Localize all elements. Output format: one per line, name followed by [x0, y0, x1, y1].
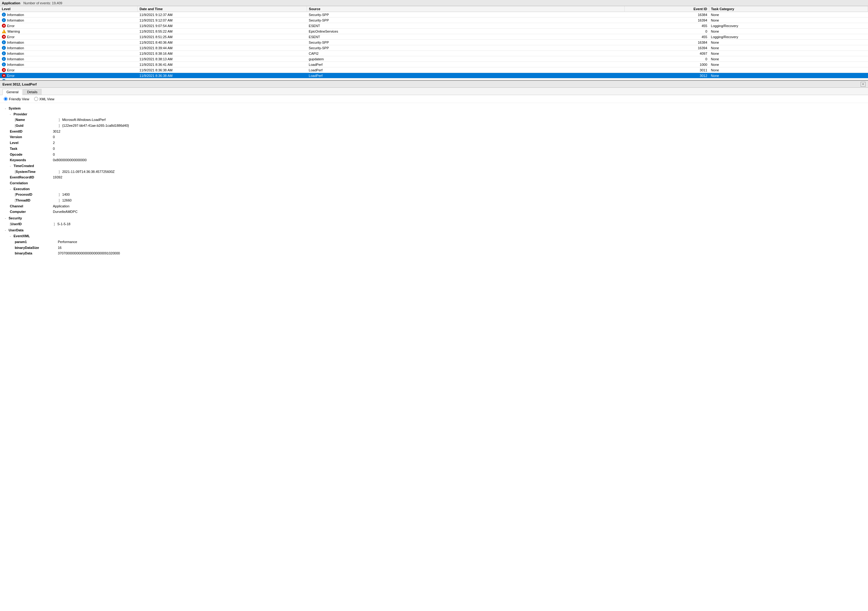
cell-datetime: 11/9/2021 8:38:16 AM	[138, 51, 307, 56]
cell-eventid: 16394	[625, 45, 709, 51]
cell-datetime: 11/9/2021 9:12:37 AM	[138, 12, 307, 17]
table-row[interactable]: iInformation11/9/2021 8:36:41 AMLoadPerf…	[0, 62, 868, 67]
system-collapse-icon[interactable]: -	[5, 106, 8, 111]
info-icon: i	[2, 57, 6, 61]
systemtime-row: [ SystemTime ] 2021-11-09T14:36:38.45772…	[5, 169, 863, 175]
cell-source: LoadPerf	[307, 67, 625, 73]
execution-collapse-icon[interactable]: -	[10, 186, 12, 192]
close-button[interactable]: ×	[860, 82, 865, 87]
table-row[interactable]: iInformation11/9/2021 8:39:44 AMSecurity…	[0, 45, 868, 51]
table-row[interactable]: iInformation11/9/2021 9:12:37 AMSecurity…	[0, 12, 868, 17]
binarydatasize-row: binaryDataSize 16	[5, 245, 863, 251]
cell-eventid: 16384	[625, 40, 709, 45]
timecreated-header: - TimeCreated	[5, 163, 863, 169]
cell-source: ESENT	[307, 23, 625, 29]
cell-eventid: 0	[625, 29, 709, 34]
computer-row: Computer DurvelleAMDPC	[5, 209, 863, 215]
friendly-view-option[interactable]: Friendly View	[4, 97, 29, 101]
cell-level: ✕Error	[0, 34, 138, 40]
cell-level: iInformation	[0, 56, 138, 62]
col-header-source[interactable]: Source	[307, 6, 625, 12]
table-row[interactable]: ✕Error11/9/2021 8:51:25 AMESENT455Loggin…	[0, 34, 868, 40]
cell-datetime: 11/9/2021 8:38:13 AM	[138, 56, 307, 62]
timecreated-collapse-icon[interactable]: -	[10, 163, 12, 169]
eventxml-collapse-icon[interactable]: -	[10, 234, 12, 239]
table-row[interactable]: ✕Error11/9/2021 8:36:38 AMLoadPerf3011No…	[0, 67, 868, 73]
provider-label: Provider	[14, 112, 27, 117]
cell-datetime: 11/9/2021 8:36:41 AM	[138, 62, 307, 67]
col-header-eventid[interactable]: Event ID	[625, 6, 709, 12]
cell-eventid: 455	[625, 23, 709, 29]
info-icon: i	[2, 62, 6, 67]
cell-source: ESENT	[307, 34, 625, 40]
binarydata-value: 370700000000000000000000091020000	[58, 250, 120, 256]
system-section: - System - Provider [ Name ] Microsoft-W…	[5, 105, 863, 215]
top-bar: Application Number of events: 19,409	[0, 0, 868, 6]
level-text: Information	[7, 19, 24, 22]
security-collapse-icon[interactable]: -	[5, 216, 8, 221]
eventrecordid-value: 19392	[53, 174, 62, 180]
cell-eventid: 16384	[625, 78, 709, 81]
table-row[interactable]: iInformation11/9/2021 8:38:16 AMCAPI2409…	[0, 51, 868, 56]
keywords-label: Keywords	[10, 157, 53, 163]
cell-datetime: 11/9/2021 9:12:07 AM	[138, 17, 307, 23]
binarydatasize-label: binaryDataSize	[15, 245, 58, 251]
info-icon: i	[2, 79, 6, 81]
event-table: Level Date and Time Source Event ID Task…	[0, 6, 868, 81]
cell-level: iInformation	[0, 40, 138, 45]
cell-taskcategory: None	[709, 56, 868, 62]
table-row[interactable]: iInformation11/9/2021 8:35:11 AMSecurity…	[0, 78, 868, 81]
col-header-level[interactable]: Level	[0, 6, 138, 12]
version-row: Version 0	[5, 134, 863, 140]
info-icon: i	[2, 46, 6, 50]
cell-source: LoadPerf	[307, 73, 625, 78]
provider-collapse-icon[interactable]: -	[10, 112, 12, 117]
provider-guid-row: [ Guid ] {122ee297-bb47-41ae-b265-1ca8d1…	[5, 123, 863, 129]
level-text: Warning	[8, 29, 20, 33]
eventid-label: EventID	[10, 129, 53, 135]
col-header-taskcategory[interactable]: Task Category	[709, 6, 868, 12]
channel-label: Channel	[10, 203, 53, 209]
view-options: Friendly View XML View	[0, 95, 868, 103]
cell-eventid: 1000	[625, 62, 709, 67]
info-icon: i	[2, 12, 6, 17]
provider-guid-value: {122ee297-bb47-41ae-b265-1ca8d1886d40}	[62, 123, 129, 129]
provider-header: - Provider	[5, 112, 863, 117]
cell-eventid: 3011	[625, 67, 709, 73]
cell-taskcategory: None	[709, 17, 868, 23]
provider-guid-label: Guid	[16, 123, 59, 129]
userdata-header: - UserData	[5, 227, 863, 233]
tab-general[interactable]: General	[3, 89, 22, 95]
cell-taskcategory: None	[709, 67, 868, 73]
detail-panel: Event 3012, LoadPerf × General Details F…	[0, 81, 868, 611]
table-row[interactable]: ✕Error11/9/2021 9:07:54 AMESENT455Loggin…	[0, 23, 868, 29]
binarydatasize-value: 16	[58, 245, 62, 251]
xml-view-option[interactable]: XML View	[34, 97, 54, 101]
processid-value: 1400	[62, 192, 70, 197]
userdata-section: - UserData - EventXML param1 Performance…	[5, 227, 863, 256]
task-value: 0	[53, 146, 55, 152]
opcode-value: 0	[53, 152, 55, 158]
eventrecordid-label: EventRecordID	[10, 174, 53, 180]
level-text: Information	[7, 79, 24, 81]
table-row[interactable]: iInformation11/9/2021 9:12:07 AMSecurity…	[0, 17, 868, 23]
cell-eventid: 3012	[625, 73, 709, 78]
task-row: Task 0	[5, 146, 863, 152]
col-header-datetime[interactable]: Date and Time	[138, 6, 307, 12]
level-text: Information	[7, 40, 24, 44]
tab-details[interactable]: Details	[23, 89, 42, 95]
eventxml-label: EventXML	[14, 233, 30, 239]
userdata-collapse-icon[interactable]: -	[5, 228, 8, 233]
binarydata-row: binaryData 37070000000000000000000009102…	[5, 250, 863, 256]
table-row[interactable]: iInformation11/9/2021 8:38:13 AMgupdatem…	[0, 56, 868, 62]
param1-value: Performance	[58, 239, 77, 245]
table-row[interactable]: iInformation11/9/2021 8:40:36 AMSecurity…	[0, 40, 868, 45]
table-row[interactable]: ✕Error11/9/2021 8:36:38 AMLoadPerf3012No…	[0, 73, 868, 78]
correlation-label: Correlation	[10, 180, 53, 186]
system-header: - System	[5, 105, 863, 112]
level-row: Level 2	[5, 140, 863, 146]
cell-level: iInformation	[0, 62, 138, 67]
table-row[interactable]: Warning11/9/2021 8:55:22 AMEpicOnlineSer…	[0, 29, 868, 34]
cell-taskcategory: None	[709, 78, 868, 81]
correlation-row: Correlation	[5, 180, 863, 186]
